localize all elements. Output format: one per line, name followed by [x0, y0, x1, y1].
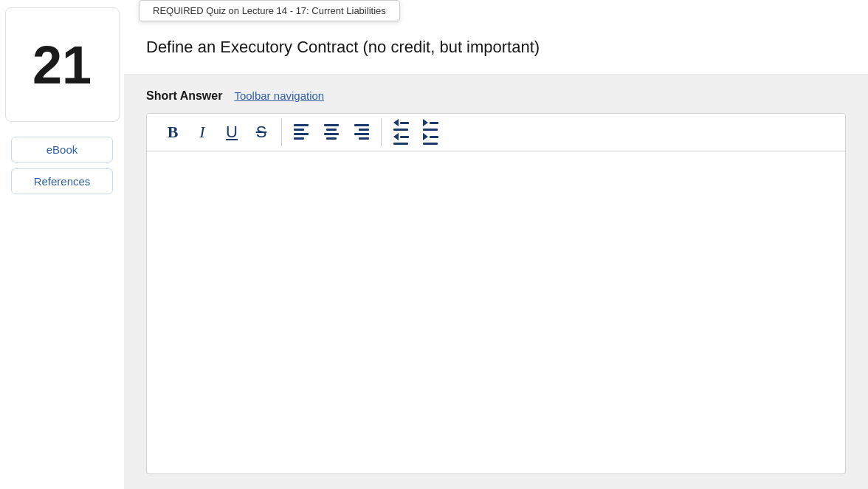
- italic-label: I: [199, 123, 204, 142]
- format-toolbar-group: B I U S: [153, 118, 281, 146]
- editor-toolbar: B I U S: [147, 114, 845, 151]
- italic-button[interactable]: I: [188, 118, 216, 146]
- question-text: Define an Executory Contract (no credit,…: [146, 38, 540, 56]
- align-toolbar-group: [281, 118, 381, 146]
- rich-text-editor: B I U S: [146, 113, 846, 474]
- outdent-button[interactable]: [388, 118, 416, 146]
- main-content: REQUIRED Quiz on Lecture 14 - 17: Curren…: [124, 0, 868, 489]
- indent-icon: [423, 119, 439, 145]
- align-right-button[interactable]: [347, 118, 375, 146]
- indent-button[interactable]: [417, 118, 445, 146]
- outdent-icon: [393, 119, 410, 145]
- answer-section: Short Answer Toolbar navigation B I: [124, 75, 868, 489]
- question-area: Define an Executory Contract (no credit,…: [124, 21, 868, 75]
- bold-label: B: [168, 123, 179, 142]
- answer-label-row: Short Answer Toolbar navigation: [146, 89, 846, 103]
- align-right-icon: [353, 124, 369, 140]
- indent-toolbar-group: [381, 118, 451, 146]
- question-number-box: 21: [5, 7, 120, 122]
- underline-button[interactable]: U: [218, 118, 246, 146]
- bold-button[interactable]: B: [159, 118, 187, 146]
- strikethrough-button[interactable]: S: [247, 118, 275, 146]
- align-center-icon: [323, 124, 340, 140]
- align-center-button[interactable]: [317, 118, 345, 146]
- question-number: 21: [32, 38, 92, 92]
- answer-type-label: Short Answer: [146, 89, 222, 103]
- editor-content-area[interactable]: [147, 151, 845, 473]
- sidebar: 21 eBook References: [0, 0, 124, 489]
- underline-label: U: [226, 123, 238, 142]
- references-button[interactable]: References: [11, 168, 113, 194]
- align-left-button[interactable]: [288, 118, 316, 146]
- ebook-button[interactable]: eBook: [11, 137, 113, 163]
- top-banner: REQUIRED Quiz on Lecture 14 - 17: Curren…: [124, 0, 868, 21]
- quiz-tooltip: REQUIRED Quiz on Lecture 14 - 17: Curren…: [139, 0, 400, 21]
- align-left-icon: [294, 124, 310, 140]
- strikethrough-label: S: [256, 123, 267, 142]
- toolbar-navigation-link[interactable]: Toolbar navigation: [234, 89, 324, 102]
